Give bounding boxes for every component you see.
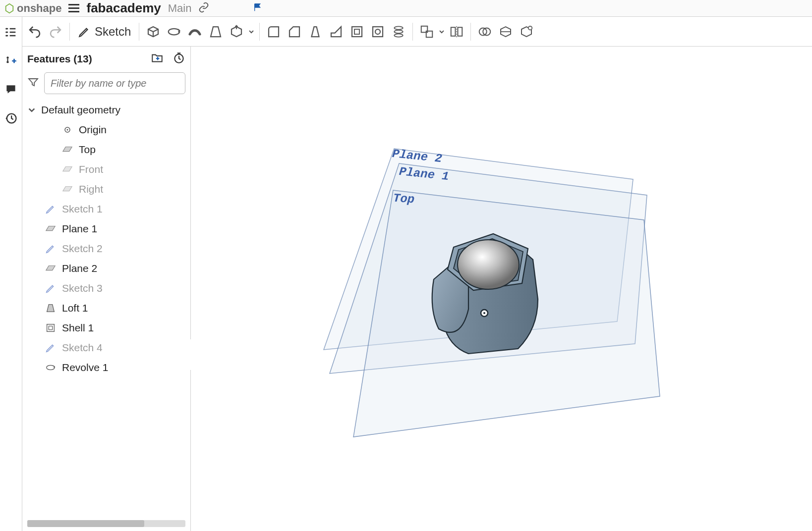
tree-feature-shell-6[interactable]: Shell 1 — [22, 318, 190, 338]
svg-point-12 — [395, 30, 404, 33]
shell-button[interactable] — [348, 23, 366, 41]
right-label: Right — [79, 183, 103, 195]
mirror-button[interactable] — [448, 23, 465, 41]
thicken-button[interactable] — [228, 23, 245, 41]
app-name: onshape — [17, 2, 61, 15]
pattern-linear-button[interactable] — [390, 23, 407, 41]
feature-label: Loft 1 — [62, 302, 88, 314]
plane-icon — [44, 263, 57, 274]
filter-icon[interactable] — [27, 76, 39, 90]
boolean-dropdown[interactable] — [439, 29, 445, 35]
hole-button[interactable] — [369, 23, 387, 41]
add-feature-folder-icon[interactable] — [151, 52, 164, 66]
svg-point-3 — [6, 56, 8, 58]
feature-label: Sketch 2 — [62, 243, 103, 255]
sketch-icon — [44, 243, 57, 255]
workspace: Features (13) Def — [22, 47, 812, 531]
tree-feature-sketch-0[interactable]: Sketch 1 — [22, 199, 190, 219]
tree-plane-right[interactable]: Right — [22, 179, 190, 199]
svg-rect-9 — [373, 27, 383, 37]
svg-point-10 — [375, 29, 380, 34]
svg-point-32 — [458, 240, 519, 289]
feature-panel-title: Features (13) — [27, 53, 92, 65]
chamfer-button[interactable] — [286, 23, 303, 41]
sketch-icon — [44, 203, 57, 215]
plane-icon — [61, 144, 74, 156]
undo-button[interactable] — [26, 23, 44, 41]
svg-point-0 — [5, 28, 7, 29]
svg-point-23 — [67, 129, 68, 131]
split-button[interactable] — [497, 23, 515, 41]
svg-point-11 — [395, 26, 404, 29]
tree-feature-plane-1[interactable]: Plane 1 — [22, 219, 190, 239]
origin-icon — [61, 124, 74, 136]
tree-feature-sketch-7[interactable]: Sketch 4 — [22, 338, 190, 358]
feature-label: Sketch 4 — [62, 342, 103, 354]
feature-label: Sketch 3 — [62, 282, 103, 294]
svg-point-20 — [528, 26, 532, 30]
version-graph-icon[interactable] — [253, 2, 264, 15]
svg-rect-24 — [47, 324, 55, 332]
toolbar: Sketch — [0, 17, 812, 47]
fillet-button[interactable] — [265, 23, 283, 41]
add-feature-icon[interactable] — [3, 53, 18, 68]
rib-button[interactable] — [327, 23, 345, 41]
redo-button[interactable] — [47, 23, 64, 41]
feature-label: Plane 1 — [62, 223, 97, 235]
pencil-icon — [78, 25, 91, 38]
origin-label: Origin — [79, 124, 107, 136]
intersect-button[interactable] — [476, 23, 494, 41]
plane-icon — [44, 223, 57, 235]
tree-feature-plane-3[interactable]: Plane 2 — [22, 259, 190, 278]
tree-plane-top[interactable]: Top — [22, 140, 190, 159]
tree-origin[interactable]: Origin — [22, 120, 190, 140]
tree-scrollbar[interactable] — [27, 520, 185, 527]
svg-point-13 — [395, 34, 404, 37]
link-icon[interactable] — [198, 2, 209, 15]
filter-input[interactable] — [44, 72, 185, 94]
canvas-3d[interactable]: Plane 2 Plane 1 Top — [191, 47, 812, 531]
hamburger-menu[interactable] — [68, 4, 79, 12]
svg-point-4 — [6, 61, 8, 63]
plane-icon — [61, 163, 74, 175]
left-rail — [0, 17, 22, 531]
canvas-label-top[interactable]: Top — [393, 192, 415, 207]
sweep-button[interactable] — [186, 23, 204, 41]
tree-plane-front[interactable]: Front — [22, 159, 190, 179]
transform-button[interactable] — [518, 23, 535, 41]
feature-tree: Default geometry Origin Top — [22, 99, 190, 520]
svg-point-34 — [483, 312, 485, 314]
svg-rect-16 — [451, 27, 456, 36]
plane-icon — [61, 183, 74, 195]
onshape-logo-icon — [4, 3, 15, 14]
draft-button[interactable] — [306, 23, 324, 41]
default-geometry-label: Default geometry — [41, 104, 120, 116]
revolve-icon — [44, 362, 57, 373]
tree-feature-loft-5[interactable]: Loft 1 — [22, 298, 190, 318]
thicken-dropdown[interactable] — [248, 29, 254, 35]
tree-feature-revolve-8[interactable]: Revolve 1 — [22, 358, 190, 377]
revolve-button[interactable] — [165, 23, 183, 41]
branch-name[interactable]: Main — [168, 2, 192, 15]
boolean-button[interactable] — [418, 23, 436, 41]
feature-label: Sketch 1 — [62, 203, 103, 215]
app-logo: onshape — [4, 2, 61, 15]
top-label: Top — [79, 144, 96, 156]
feature-label: Shell 1 — [62, 322, 94, 334]
feature-list-toggle[interactable] — [3, 25, 18, 40]
chevron-down-icon — [27, 106, 36, 114]
tree-feature-sketch-4[interactable]: Sketch 3 — [22, 278, 190, 298]
svg-rect-7 — [352, 27, 362, 37]
sketch-button[interactable]: Sketch — [75, 25, 134, 39]
rollback-icon[interactable] — [173, 52, 185, 66]
history-icon[interactable] — [3, 111, 18, 126]
tree-default-geometry[interactable]: Default geometry — [22, 100, 190, 120]
tree-feature-sketch-2[interactable]: Sketch 2 — [22, 239, 190, 259]
loft-button[interactable] — [207, 23, 225, 41]
extrude-button[interactable] — [144, 23, 162, 41]
feature-label: Revolve 1 — [62, 362, 108, 373]
app-header: onshape fabacademy Main — [0, 0, 812, 17]
comments-icon[interactable] — [3, 82, 18, 97]
front-label: Front — [79, 163, 103, 175]
document-name[interactable]: fabacademy — [86, 0, 161, 16]
